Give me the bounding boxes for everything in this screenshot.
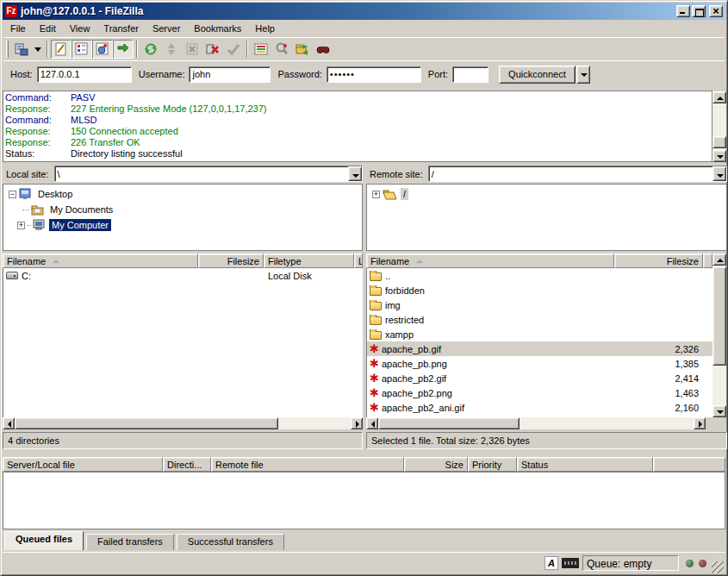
local-site-bar: Local site: \	[3, 165, 363, 183]
remote-file-row[interactable]: xampp	[367, 327, 712, 341]
tree-item-desktop[interactable]: − Desktop	[3, 186, 362, 202]
column-label: Filesize	[667, 256, 699, 266]
remote-file-row[interactable]: ✱apache_pb2.png 1,463	[367, 385, 712, 400]
tree-item-label[interactable]: My Documents	[47, 203, 115, 216]
queue-column-status[interactable]: Status	[517, 457, 653, 472]
toggle-transfer-queue-button[interactable]	[113, 40, 134, 59]
remote-file-row[interactable]: forbidden	[367, 283, 712, 297]
queue-column-direction[interactable]: Directi...	[163, 457, 211, 472]
local-site-dropdown-icon[interactable]	[348, 166, 362, 181]
tree-item-label[interactable]: /	[401, 188, 408, 200]
queue-column-size[interactable]: Size	[404, 457, 468, 472]
remote-file-row[interactable]: ✱apache_pb.png 1,385	[367, 356, 712, 371]
tree-item-my-documents[interactable]: My Documents	[3, 202, 362, 217]
expand-icon[interactable]: +	[372, 191, 380, 198]
tree-item-root[interactable]: + /	[367, 186, 726, 202]
log-text: PASV	[71, 92, 96, 103]
remote-directory-tree[interactable]: + /	[366, 184, 727, 251]
quickconnect-button[interactable]: Quickconnect	[499, 66, 576, 84]
remote-file-row[interactable]: restricted	[367, 312, 712, 327]
remote-file-row[interactable]: img	[367, 297, 712, 312]
column-label: Server/Local file	[7, 460, 75, 470]
remote-list-hscrollbar[interactable]	[366, 417, 706, 429]
directory-listing-filters-button[interactable]	[251, 40, 271, 59]
reconnect-button[interactable]	[223, 40, 244, 59]
maximize-button[interactable]	[692, 5, 706, 17]
menu-transfer[interactable]: Transfer	[96, 22, 146, 35]
file-name: C:	[22, 271, 31, 281]
tree-item-label[interactable]: Desktop	[35, 188, 75, 200]
local-list-hscrollbar[interactable]	[3, 417, 363, 429]
username-input[interactable]	[189, 66, 271, 83]
log-text: Directory listing successful	[71, 148, 183, 160]
local-directory-tree[interactable]: − Desktop My Documents + My Computer	[3, 184, 363, 251]
expand-icon[interactable]: +	[17, 222, 25, 229]
local-site-combobox[interactable]: \	[54, 166, 363, 182]
synchronized-browsing-button[interactable]	[292, 40, 313, 59]
log-label: Response:	[5, 126, 71, 137]
site-manager-button[interactable]	[11, 40, 32, 59]
tab-failed-transfers[interactable]: Failed transfers	[86, 534, 174, 550]
minimize-button[interactable]	[676, 5, 690, 17]
toggle-message-log-button[interactable]	[51, 40, 72, 59]
remote-file-row[interactable]: ✱apache_pb2_ani.gif 2,160	[367, 400, 712, 415]
tree-item-label[interactable]: My Computer	[49, 219, 111, 231]
remote-site-combobox[interactable]: /	[428, 166, 727, 182]
cancel-operation-button[interactable]	[182, 40, 202, 59]
speed-limit-icon	[562, 558, 579, 568]
folder-icon	[370, 287, 382, 296]
local-file-list[interactable]: C: Local Disk	[3, 268, 363, 417]
site-manager-dropdown-button[interactable]	[32, 40, 44, 59]
disconnect-button[interactable]	[202, 40, 223, 59]
toggle-remote-tree-button[interactable]	[92, 40, 113, 59]
tree-item-my-computer[interactable]: + My Computer	[3, 217, 362, 233]
remote-site-dropdown-icon[interactable]	[712, 166, 726, 181]
menu-server[interactable]: Server	[146, 22, 187, 35]
remote-column-filename[interactable]: Filename	[366, 254, 614, 268]
collapse-icon[interactable]: −	[9, 191, 16, 198]
file-size: 2,414	[615, 373, 704, 384]
process-queue-button[interactable]	[161, 40, 182, 59]
message-log[interactable]: Command:PASV Response:227 Entering Passi…	[3, 91, 712, 162]
remote-file-row[interactable]: ..	[367, 268, 712, 283]
remote-file-list[interactable]: .. forbidden img restricted xampp ✱apach…	[366, 268, 712, 417]
log-scrollbar[interactable]	[712, 91, 726, 162]
local-column-filesize[interactable]: Filesize	[198, 254, 264, 268]
remote-file-row[interactable]: ✱apache_pb2.gif 2,414	[367, 371, 712, 385]
directory-comparison-button[interactable]	[271, 40, 292, 59]
remote-file-row-selected[interactable]: ✱apache_pb.gif 2,326	[367, 341, 712, 356]
queue-column-server-local-file[interactable]: Server/Local file	[3, 457, 163, 472]
local-column-filename[interactable]: Filename	[3, 254, 198, 268]
window-title: john@127.0.0.1 - FileZilla	[21, 5, 676, 17]
quickconnect-dropdown-button[interactable]	[576, 66, 590, 84]
menu-bookmarks[interactable]: Bookmarks	[187, 22, 248, 35]
remote-list-vscrollbar[interactable]	[712, 254, 726, 417]
recv-activity-led-icon	[686, 560, 694, 567]
folder-icon	[370, 316, 382, 325]
local-file-row[interactable]: C: Local Disk	[3, 268, 363, 283]
port-label: Port:	[428, 69, 448, 79]
queue-column-remote-file[interactable]: Remote file	[211, 457, 404, 472]
password-input[interactable]	[327, 66, 421, 83]
local-column-lastmodified[interactable]: L	[354, 254, 363, 268]
remote-column-filesize[interactable]: Filesize	[614, 254, 703, 268]
resize-grip[interactable]	[712, 561, 724, 573]
menu-edit[interactable]: Edit	[33, 22, 63, 35]
menu-file[interactable]: File	[3, 22, 33, 35]
tab-queued-files[interactable]: Queued files	[4, 531, 84, 550]
local-column-filetype[interactable]: Filetype	[264, 254, 354, 268]
menu-view[interactable]: View	[63, 22, 97, 35]
port-input[interactable]	[452, 66, 488, 83]
transfer-queue-list[interactable]	[3, 472, 725, 529]
menu-help[interactable]: Help	[248, 22, 282, 35]
file-name: restricted	[385, 315, 424, 325]
find-files-button[interactable]	[313, 40, 333, 59]
queue-column-priority[interactable]: Priority	[468, 457, 517, 472]
file-name: apache_pb2.gif	[382, 373, 446, 384]
host-input[interactable]	[37, 66, 132, 83]
folder-icon	[370, 331, 382, 340]
refresh-button[interactable]	[140, 40, 161, 59]
close-button[interactable]	[709, 5, 723, 17]
tab-successful-transfers[interactable]: Successful transfers	[177, 534, 284, 550]
toggle-local-tree-button[interactable]	[72, 40, 92, 59]
